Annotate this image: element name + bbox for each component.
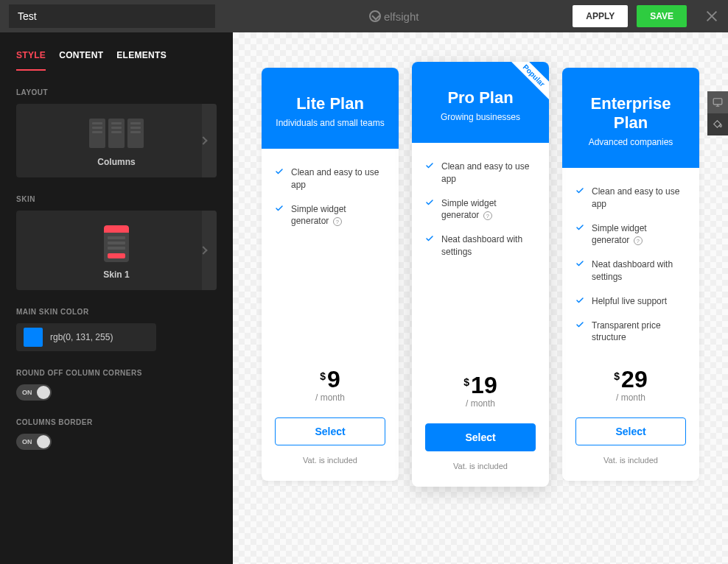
card-header: Enterprise PlanAdvanced companies xyxy=(562,68,699,168)
feature-item: Neat dashboard with settings xyxy=(575,258,686,283)
feature-item: Clean and easy to use app xyxy=(575,186,686,211)
card-body: Clean and easy to use appSimple widget g… xyxy=(412,143,549,369)
price-amount: 9 xyxy=(327,367,340,391)
main-color-label: MAIN SKIN COLOR xyxy=(0,290,233,323)
check-icon xyxy=(575,186,584,195)
plan-title: Pro Plan xyxy=(424,88,537,107)
price-period: / month xyxy=(262,392,399,403)
check-icon xyxy=(275,204,284,213)
layout-value: Columns xyxy=(97,157,135,167)
columns-border-toggle[interactable]: ON xyxy=(16,434,52,450)
currency: $ xyxy=(463,376,469,388)
round-corners-label: ROUND OFF COLUMN CORNERS xyxy=(0,351,233,384)
check-icon xyxy=(425,198,434,207)
feature-text: Clean and easy to use app xyxy=(592,186,686,211)
feature-text: Simple widget generator ? xyxy=(441,197,536,222)
round-corners-toggle[interactable]: ON xyxy=(16,384,52,401)
skin-preview-icon xyxy=(104,225,129,262)
toggle-knob xyxy=(37,435,50,448)
toggle-state: ON xyxy=(22,438,32,445)
pricing-card: Enterprise PlanAdvanced companiesClean a… xyxy=(562,68,699,481)
select-button[interactable]: Select xyxy=(575,417,686,445)
info-icon[interactable]: ? xyxy=(333,217,342,226)
feature-text: Neat dashboard with settings xyxy=(441,233,536,258)
plan-subtitle: Individuals and small teams xyxy=(273,118,387,128)
feature-item: Transparent price structure xyxy=(575,320,686,345)
price-footnote: Vat. is included xyxy=(262,456,399,481)
tab-elements[interactable]: ELEMENTS xyxy=(116,50,167,71)
color-value: rgb(0, 131, 255) xyxy=(50,332,113,342)
svg-rect-0 xyxy=(713,99,722,105)
toggle-state: ON xyxy=(22,389,32,396)
info-icon[interactable]: ? xyxy=(634,236,643,245)
price-footnote: Vat. is included xyxy=(562,456,699,481)
price-amount: 19 xyxy=(471,373,497,397)
pricing-card: PopularPro PlanGrowing businessesClean a… xyxy=(412,62,549,487)
columns-icon xyxy=(89,119,144,148)
price-block: $29/ month xyxy=(562,363,699,412)
check-icon xyxy=(425,161,434,170)
plan-subtitle: Growing businesses xyxy=(424,112,537,122)
preview-canvas: Lite PlanIndividuals and small teamsClea… xyxy=(233,32,728,564)
check-icon xyxy=(575,259,584,268)
card-header: PopularPro PlanGrowing businesses xyxy=(412,62,549,143)
card-body: Clean and easy to use appSimple widget g… xyxy=(562,168,699,363)
apply-button[interactable]: APPLY xyxy=(573,5,628,27)
price-block: $9/ month xyxy=(262,363,399,412)
layout-selector[interactable]: Columns xyxy=(16,104,217,177)
select-button[interactable]: Select xyxy=(275,417,385,445)
widget-title-input[interactable] xyxy=(9,4,215,28)
close-icon[interactable] xyxy=(704,9,719,24)
desktop-preview-icon[interactable] xyxy=(707,91,728,113)
feature-text: Helpful live support xyxy=(592,295,667,308)
price-block: $19/ month xyxy=(412,369,549,417)
tab-style[interactable]: STYLE xyxy=(16,50,46,71)
paint-bucket-icon[interactable] xyxy=(707,113,728,135)
check-icon xyxy=(575,320,584,329)
check-icon xyxy=(275,167,284,176)
layout-section-label: LAYOUT xyxy=(0,71,233,104)
skin-value: Skin 1 xyxy=(103,269,129,280)
feature-text: Simple widget generator ? xyxy=(291,203,385,228)
feature-item: Neat dashboard with settings xyxy=(425,233,536,258)
color-swatch xyxy=(24,328,43,347)
sidebar: STYLE CONTENT ELEMENTS LAYOUT Columns SK… xyxy=(0,32,233,564)
feature-item: Clean and easy to use app xyxy=(275,166,385,191)
brand-text: elfsight xyxy=(384,10,419,23)
feature-item: Helpful live support xyxy=(575,295,686,308)
brand-label: elfsight xyxy=(224,10,564,23)
check-icon xyxy=(575,296,584,305)
check-icon xyxy=(575,223,584,232)
price-period: / month xyxy=(562,392,699,403)
save-button[interactable]: SAVE xyxy=(637,5,687,27)
preview-tools xyxy=(707,91,728,135)
plan-title: Enterprise Plan xyxy=(574,94,687,133)
feature-text: Clean and easy to use app xyxy=(291,166,385,191)
main-color-picker[interactable]: rgb(0, 131, 255) xyxy=(16,323,156,351)
select-button[interactable]: Select xyxy=(425,423,536,451)
card-header: Lite PlanIndividuals and small teams xyxy=(262,68,399,149)
price-footnote: Vat. is included xyxy=(412,462,549,487)
feature-item: Simple widget generator ? xyxy=(575,222,686,247)
price-amount: 29 xyxy=(621,367,648,391)
plan-subtitle: Advanced companies xyxy=(574,137,687,147)
brand-icon xyxy=(369,10,381,22)
toggle-knob xyxy=(37,386,50,399)
tab-content[interactable]: CONTENT xyxy=(59,50,103,71)
currency: $ xyxy=(614,370,620,382)
check-icon xyxy=(425,234,434,243)
feature-text: Simple widget generator ? xyxy=(592,222,686,247)
topbar: elfsight APPLY SAVE xyxy=(0,0,728,32)
skin-section-label: SKIN xyxy=(0,177,233,211)
skin-selector[interactable]: Skin 1 xyxy=(16,211,217,290)
info-icon[interactable]: ? xyxy=(483,211,492,220)
columns-border-label: COLUMNS BORDER xyxy=(0,401,233,434)
feature-item: Simple widget generator ? xyxy=(275,203,385,228)
price-period: / month xyxy=(412,398,549,409)
currency: $ xyxy=(320,370,326,382)
feature-text: Transparent price structure xyxy=(592,320,686,345)
feature-text: Neat dashboard with settings xyxy=(592,258,686,283)
feature-text: Clean and easy to use app xyxy=(441,161,536,186)
card-body: Clean and easy to use appSimple widget g… xyxy=(262,149,399,363)
feature-item: Clean and easy to use app xyxy=(425,161,536,186)
